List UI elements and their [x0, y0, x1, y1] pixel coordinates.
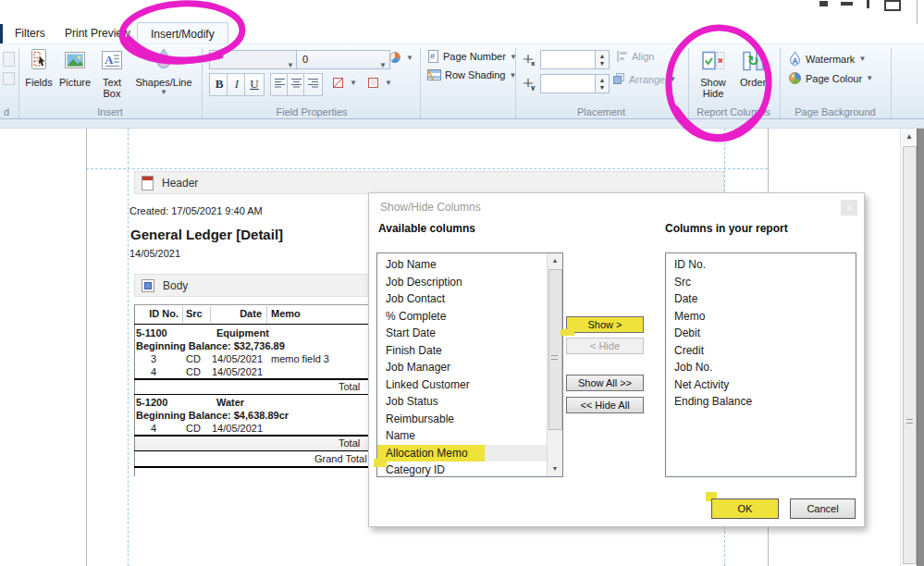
list-item[interactable]: Category ID — [377, 461, 547, 477]
list-item[interactable]: Credit — [666, 342, 856, 360]
window-control-fragment — [867, 0, 869, 8]
list-item[interactable]: Job Status — [377, 393, 547, 411]
border-colour-button[interactable]: ▼ — [366, 76, 392, 90]
tx-date: 14/05/2021 — [212, 423, 262, 434]
tab-filters[interactable]: Filters — [2, 24, 58, 43]
ok-button[interactable]: OK — [711, 498, 779, 519]
align-left-icon — [274, 78, 286, 88]
col-header-id: ID No. — [136, 308, 179, 319]
row-shading-button[interactable]: Row Shading ▼ — [427, 69, 516, 80]
report-columns-list[interactable]: ID No.SrcDateMemoDebitCreditJob No.Net A… — [665, 252, 856, 477]
list-item[interactable]: Reimbursable — [377, 411, 547, 428]
x-position-input[interactable] — [540, 50, 596, 69]
y-position-input[interactable] — [540, 74, 596, 93]
scrollbar-thumb[interactable] — [903, 146, 917, 564]
shading-colour-button[interactable]: ▼ — [331, 76, 357, 90]
tab-insert-modify[interactable]: Insert/Modify — [137, 22, 228, 45]
show-hide-button[interactable]: Show Hide — [694, 48, 733, 105]
vertical-scrollbar[interactable]: ▲ — [900, 129, 918, 566]
account-id: 5-1100 — [136, 327, 167, 338]
list-item[interactable]: Job Name — [377, 256, 547, 274]
window-edge-band — [917, 129, 924, 566]
watermark-button[interactable]: A Watermark ▼ — [788, 51, 866, 67]
font-size-combo[interactable]: 0 ▼ — [296, 50, 390, 69]
list-item[interactable]: Ending Balance — [666, 393, 856, 411]
page-number-button[interactable]: # Page Number ▼ — [427, 50, 517, 63]
cropped-ribbon-button — [3, 52, 15, 67]
column-separator — [210, 306, 211, 323]
align-button[interactable]: Align — [616, 51, 654, 62]
font-size-value: 0 — [302, 54, 308, 65]
fields-button[interactable]: Fields — [22, 46, 55, 104]
available-columns-list[interactable]: Job NameJob DescriptionJob Contact% Comp… — [376, 252, 563, 477]
font-name-combo[interactable]: ▼ — [209, 50, 298, 69]
hide-button[interactable]: < Hide — [566, 338, 644, 354]
x-position-icon: x — [524, 54, 536, 70]
order-icon: ↻ — [741, 50, 766, 74]
show-hide-label: Show Hide — [700, 77, 726, 99]
arrange-button[interactable]: Arrange ▼ — [612, 73, 676, 85]
chevron-down-icon: ▼ — [287, 56, 294, 74]
text-box-button[interactable]: A Text Box — [94, 46, 129, 104]
y-position-stepper[interactable]: ▲▼ — [595, 74, 610, 93]
list-item[interactable]: Job Contact — [377, 290, 547, 308]
x-position-stepper[interactable]: ▲▼ — [595, 50, 610, 69]
list-item[interactable]: Job Description — [377, 274, 547, 291]
dialog-title: Show/Hide Columns — [380, 201, 481, 214]
list-scrollbar[interactable]: ▲ ▼ — [547, 253, 562, 476]
shapes-line-button[interactable]: Shapes/Line ▼ — [133, 46, 194, 104]
show-hide-columns-dialog[interactable]: Show/Hide Columns x Available columns Co… — [368, 192, 865, 527]
list-item[interactable]: Name — [377, 427, 547, 445]
report-title-field[interactable]: General Ledger [Detail] — [130, 227, 283, 242]
picture-button[interactable]: Picture — [57, 46, 92, 104]
align-right-button[interactable] — [303, 73, 323, 96]
order-button[interactable]: ↻ Order — [734, 48, 771, 105]
fields-label: Fields — [25, 77, 52, 88]
close-icon[interactable]: x — [841, 200, 857, 215]
page-colour-button[interactable]: Page Colour ▼ — [788, 71, 873, 85]
show-all-button[interactable]: Show All >> — [566, 375, 644, 391]
scrollbar-grip — [906, 419, 913, 424]
report-date-field[interactable]: 14/05/2021 — [129, 248, 180, 259]
align-right-icon — [307, 78, 319, 88]
list-item[interactable]: Job Manager — [377, 359, 547, 376]
header-section-bar[interactable]: Header — [134, 171, 724, 194]
spin-down-icon: ▼ — [599, 60, 606, 68]
scroll-up-icon[interactable]: ▲ — [548, 253, 562, 268]
list-item[interactable]: Start Date — [377, 325, 547, 342]
ribbon-lower-band — [0, 119, 924, 129]
list-item[interactable]: Src — [666, 274, 856, 291]
list-item[interactable]: Job No. — [666, 359, 856, 376]
watermark-label: Watermark — [806, 54, 855, 65]
list-item[interactable]: ID No. — [666, 256, 856, 274]
show-button[interactable]: Show > — [566, 316, 644, 333]
scroll-down-icon[interactable]: ▼ — [548, 461, 562, 476]
font-colour-button[interactable]: ▼ — [388, 51, 413, 65]
hide-all-button[interactable]: << Hide All — [566, 397, 644, 413]
list-item[interactable]: Net Activity — [666, 376, 856, 394]
cropped-group-label: d — [4, 106, 9, 117]
scroll-up-button[interactable]: ▲ — [901, 129, 918, 144]
list-item[interactable]: Finish Date — [377, 342, 547, 360]
list-scrollbar-thumb[interactable] — [548, 269, 562, 430]
svg-text:x: x — [531, 59, 536, 67]
created-field[interactable]: Created: 17/05/2021 9:40 AM — [129, 205, 263, 216]
report-columns-group-label: Report Columns — [696, 106, 770, 117]
tab-print-preview[interactable]: Print Preview — [52, 24, 143, 43]
chevron-down-icon: ▼ — [385, 79, 392, 87]
tx-id: 4 — [136, 366, 156, 377]
list-item[interactable]: % Complete — [377, 308, 547, 326]
chevron-down-icon: ▼ — [406, 54, 413, 62]
list-item[interactable]: Debit — [666, 325, 856, 342]
cancel-button[interactable]: Cancel — [790, 498, 856, 519]
list-item[interactable]: Date — [666, 290, 856, 308]
list-item[interactable]: Linked Customer — [377, 376, 547, 394]
picture-icon — [63, 48, 87, 74]
list-item[interactable]: Memo — [666, 308, 856, 326]
list-item[interactable]: Allocation Memo — [377, 445, 547, 462]
underline-button[interactable]: U — [244, 73, 265, 96]
align-objects-icon — [616, 51, 628, 62]
group-divider — [780, 48, 781, 118]
tx-memo: memo field 3 — [271, 353, 329, 364]
order-label: Order — [740, 77, 766, 88]
